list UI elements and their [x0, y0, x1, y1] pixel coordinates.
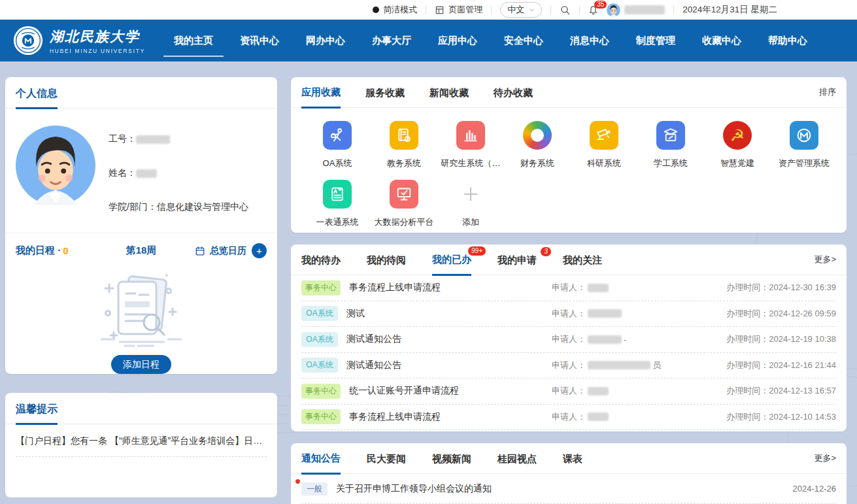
nav-item[interactable]: 我的主页	[173, 20, 214, 61]
tip-item[interactable]: 【门户日程】您有一条 【“师生意见通”平台业务培训会】日…	[16, 424, 267, 457]
unread-dot	[295, 479, 300, 484]
redacted-applicant	[588, 335, 622, 344]
tasks-tabs: 我的待办 我的待阅 我的已办 99+	[291, 244, 847, 275]
add-schedule-button[interactable]: 添加日程	[111, 355, 171, 374]
redacted-applicant	[588, 361, 650, 369]
news-more-link[interactable]: 更多>	[814, 452, 836, 473]
calendar-overview-link[interactable]: 总览日历	[195, 245, 246, 257]
user-menu[interactable]	[607, 3, 665, 17]
divider	[673, 6, 674, 14]
page-manage-button[interactable]: 页面管理	[435, 4, 482, 16]
app-shortcut[interactable]: 一表通系统	[304, 180, 371, 228]
app-name: 学工系统	[654, 158, 688, 169]
graduate-system-icon	[462, 127, 479, 144]
sort-button[interactable]: 排序	[819, 86, 836, 107]
app-name: 科研系统	[587, 158, 621, 169]
profile-fields: 工号： 姓名： 学院/部门：信息化建设与管理中心	[109, 126, 248, 213]
app-shortcut[interactable]: 科研系统	[571, 121, 637, 169]
nav-item[interactable]: 收藏中心	[701, 20, 743, 61]
applicant: 申请人：	[552, 308, 679, 320]
current-date: 2024年12月31日 星期二	[682, 4, 777, 16]
source-tag: 事务中心	[301, 280, 341, 295]
news-item[interactable]: 一般 关于召开申博工作领导小组会议的通知 2024-12-26	[301, 474, 836, 504]
task-row[interactable]: 事务中心 统一认证账号开通申请流程 申请人： 办理时间：2024-12-13 1…	[301, 378, 836, 405]
simple-mode-toggle[interactable]: 简洁模式	[373, 4, 417, 16]
avatar[interactable]	[16, 126, 95, 205]
applicant: 申请人：员	[552, 360, 679, 371]
university-logo[interactable]: 湖北民族大学 HUBEI MINZU UNIVERSITY	[13, 25, 145, 56]
favorites-tab[interactable]: 新闻收藏	[429, 87, 469, 107]
handle-time: 办理时间：2024-12-26 09:59	[679, 308, 836, 320]
app-shortcut[interactable]: 研究生系统（…	[437, 121, 504, 169]
app-shortcut[interactable]: 学工系统	[637, 121, 704, 169]
handle-time: 办理时间：2024-12-10 14:53	[679, 411, 836, 423]
redacted-value	[136, 169, 157, 178]
oa-system-icon	[329, 127, 346, 144]
divider	[426, 6, 426, 14]
app-shortcut[interactable]: 资产管理系统	[771, 121, 837, 169]
app-name: 教务系统	[387, 158, 421, 169]
news-tab[interactable]: 视频新闻	[432, 453, 471, 473]
news-tab[interactable]: 课表	[563, 453, 582, 473]
app-shortcut[interactable]: 大数据分析平台	[371, 180, 437, 228]
task-row[interactable]: 事务中心 事务流程上线申请流程 申请人： 办理时间：2024-12-10 14:…	[301, 405, 836, 431]
panel-header: 温馨提示	[5, 393, 277, 424]
tasks-tab[interactable]: 我的待阅	[367, 254, 406, 275]
app-name: 一表通系统	[316, 216, 359, 228]
app-shortcut[interactable]: 智慧党建	[704, 121, 771, 169]
schedule-title: 我的日程 ·	[16, 244, 61, 257]
schedule-section: 第18周 我的日程 · 0 总览日历 + 添加日程	[5, 233, 277, 374]
app-shortcut[interactable]: 财务系统	[504, 121, 571, 169]
asset-system-icon	[796, 127, 813, 144]
tasks-tab[interactable]: 我的申请 3	[497, 254, 537, 275]
layout-icon	[435, 5, 445, 15]
tasks-panel: 我的待办 我的待阅 我的已办 99+	[291, 244, 847, 431]
page-manage-label: 页面管理	[448, 4, 482, 16]
app-name: OA系统	[323, 158, 352, 169]
profile-body: 工号： 姓名： 学院/部门：信息化建设与管理中心	[5, 109, 277, 233]
nav-item[interactable]: 办事大厅	[371, 20, 412, 61]
applicant: 申请人：	[552, 411, 679, 423]
app-shortcut[interactable]: 教务系统	[371, 121, 437, 169]
favorites-tab[interactable]: 待办收藏	[494, 87, 533, 107]
app-shortcut[interactable]: OA系统	[304, 121, 371, 169]
nav-item[interactable]: 网办中心	[305, 20, 346, 61]
favorites-tab[interactable]: 服务收藏	[365, 87, 405, 107]
bigdata-platform-icon	[395, 186, 412, 203]
app-shortcut[interactable]: 添加	[437, 180, 504, 228]
tasks-tab[interactable]: 我的已办 99+	[432, 254, 471, 276]
panel-title: 温馨提示	[16, 403, 58, 425]
tasks-tab[interactable]: 我的关注	[563, 254, 602, 275]
app-name: 资产管理系统	[779, 158, 830, 169]
nav-item[interactable]: 帮助中心	[767, 20, 809, 61]
nav-item[interactable]: 消息中心	[569, 20, 611, 61]
nav-item[interactable]: 安全中心	[503, 20, 545, 61]
handle-time: 办理时间：2024-12-30 16:39	[679, 282, 836, 294]
language-select[interactable]: 中文	[500, 2, 542, 18]
search-icon[interactable]	[560, 5, 571, 16]
task-row[interactable]: OA系统 测试通知公告 申请人：员 办理时间：2024-12-16 21:44	[301, 353, 836, 379]
mode-dot-icon	[373, 7, 379, 13]
applicant: 申请人：	[552, 385, 679, 397]
news-tab[interactable]: 通知公告	[301, 452, 341, 475]
tasks-tab[interactable]: 我的待办	[301, 254, 341, 275]
nav-item[interactable]: 资讯中心	[239, 20, 280, 61]
news-title: 关于召开申博工作领导小组会议的通知	[336, 483, 793, 495]
news-date: 2024-12-26	[793, 484, 837, 494]
tasks-more-link[interactable]: 更多>	[814, 254, 836, 275]
nav-item[interactable]: 制度管理	[635, 20, 677, 61]
nav-item[interactable]: 应用中心	[437, 20, 479, 61]
page-content: 个人信息 工号： 姓名：	[0, 61, 857, 504]
task-title: 统一认证账号开通申请流程	[349, 385, 552, 397]
news-tabs: 通知公告 民大要闻 视频新闻 桂园视点	[291, 443, 847, 474]
task-row[interactable]: 事务中心 事务流程上线申请流程 申请人： 办理时间：2024-12-30 16:…	[301, 275, 836, 301]
favorites-tab[interactable]: 应用收藏	[301, 86, 341, 109]
nav-menu: 我的主页 资讯中心 网办中心 办事大厅 应用中心 安全中心 消息中心	[173, 20, 809, 61]
news-tab[interactable]: 桂园视点	[497, 453, 537, 473]
news-tab[interactable]: 民大要闻	[367, 453, 406, 473]
research-system-icon	[596, 127, 613, 144]
task-row[interactable]: OA系统 测试 申请人： 办理时间：2024-12-26 09:59	[301, 301, 836, 328]
notifications-button[interactable]: 35	[588, 5, 598, 15]
task-row[interactable]: OA系统 测试通知公告 申请人：- 办理时间：2024-12-19 10:38	[301, 327, 836, 353]
source-tag: OA系统	[301, 332, 338, 347]
